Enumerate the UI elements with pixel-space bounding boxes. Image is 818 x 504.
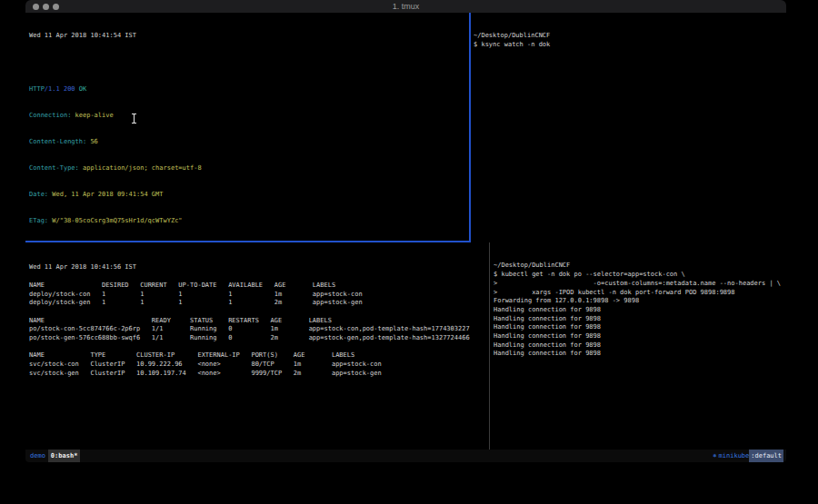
- terminal-window: 1. tmux Wed 11 Apr 2018 10:41:54 IST HTT…: [25, 0, 786, 462]
- header-value: application/json; charset=utf-8: [83, 164, 202, 172]
- http-header-line: Date:Wed, 11 Apr 2018 09:41:54 GMT: [29, 191, 469, 200]
- header-value: keep-alive: [75, 112, 114, 119]
- session-name: demo: [27, 450, 48, 462]
- terminal-output: Wed 11 Apr 2018 10:41:56 IST NAME DESIRE…: [29, 263, 489, 378]
- header-value: 56: [90, 138, 97, 145]
- header-name: Date:: [29, 191, 48, 198]
- desktop-background: 1. tmux Wed 11 Apr 2018 10:41:54 IST HTT…: [0, 0, 818, 504]
- http-header-line: Connection:keep-alive: [29, 112, 469, 121]
- http-header-line: Content-Type:application/json; charset=u…: [29, 164, 469, 173]
- pane-ksync[interactable]: ~/Desktop/DublinCNCF $ ksync watch -n do…: [471, 13, 786, 241]
- header-name: Content-Type:: [29, 164, 79, 172]
- http-header-line: Content-Length:56: [29, 138, 469, 147]
- kube-context: minikube: [719, 450, 750, 462]
- pane-port-forward[interactable]: ~/Desktop/DublinCNCF $ kubectl get -n do…: [490, 242, 786, 450]
- tmux-status-bar: demo 0:bash* ⎈ minikube :default: [25, 450, 786, 462]
- window-tab-bash[interactable]: 0:bash*: [48, 450, 81, 462]
- header-name: ETag:: [29, 217, 48, 224]
- http-version-code: /1.1 200: [45, 85, 75, 93]
- kubernetes-helm-icon: ⎈: [713, 450, 716, 462]
- http-status-line: HTTP/1.1 200OK: [29, 85, 469, 94]
- pane-divider-vertical-top[interactable]: [469, 13, 471, 242]
- http-reason: OK: [79, 85, 86, 93]
- http-header-line: ETag:W/"38-05coCsrg3mQ75sHr1d/qcWTwYZc": [29, 217, 469, 226]
- pane-kubectl-get[interactable]: Wed 11 Apr 2018 10:41:56 IST NAME DESIRE…: [25, 242, 489, 450]
- status-right: ⎈ minikube :default: [713, 450, 786, 462]
- pane-http-response[interactable]: Wed 11 Apr 2018 10:41:54 IST HTTP/1.1 20…: [25, 13, 469, 241]
- header-name: Connection:: [29, 112, 71, 119]
- http-protocol: HTTP: [29, 85, 45, 93]
- header-name: Content-Length:: [29, 138, 86, 145]
- window-titlebar[interactable]: 1. tmux: [25, 0, 786, 13]
- terminal-output: ~/Desktop/DublinCNCF $ ksync watch -n do…: [474, 32, 786, 49]
- header-value: W/"38-05coCsrg3mQ75sHr1d/qcWTwYZc": [52, 217, 182, 224]
- kube-namespace: :default: [749, 450, 783, 462]
- timestamp-line: Wed 11 Apr 2018 10:41:54 IST: [29, 32, 469, 41]
- status-left: demo 0:bash*: [25, 450, 80, 462]
- window-title: 1. tmux: [25, 2, 786, 11]
- header-value: Wed, 11 Apr 2018 09:41:54 GMT: [52, 191, 163, 198]
- mouse-cursor-ibeam: [131, 114, 137, 124]
- terminal-output: ~/Desktop/DublinCNCF $ kubectl get -n do…: [494, 262, 786, 359]
